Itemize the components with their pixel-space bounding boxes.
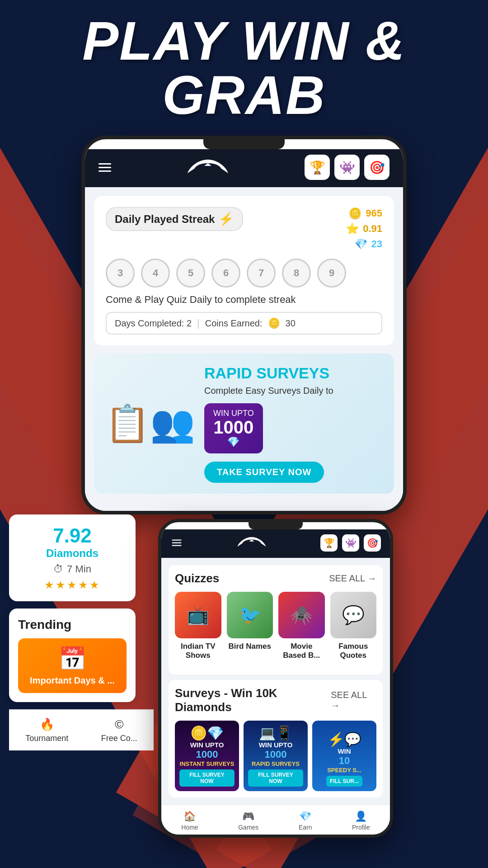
time-value: 7 Min xyxy=(67,563,91,575)
survey-card-2-win: WIN UPTO xyxy=(248,741,303,749)
coins-value: 965 xyxy=(366,208,382,219)
survey-subtitle: Complete Easy Surveys Daily to xyxy=(204,386,383,396)
phone2-content: Quizzes SEE ALL → 📺 Indian TV Shows 🐦 Bi… xyxy=(161,558,390,805)
quizzes-title: Quizzes xyxy=(175,571,219,585)
survey-card-instant[interactable]: 🪙💎 WIN UPTO 1000 INSTANT SURVEYS FILL SU… xyxy=(175,721,239,791)
surveys-see-all[interactable]: SEE ALL → xyxy=(331,690,376,711)
survey-card-2-btn[interactable]: FILL SURVEY NOW xyxy=(248,769,303,787)
coins-earned-label: Coins Earned: xyxy=(205,318,263,329)
profile-icon: 👤 xyxy=(355,811,367,822)
stars-value: 0.91 xyxy=(363,223,382,235)
survey-card-rapid[interactable]: 💻📱 WIN UPTO 1000 RAPID SURVEYS FILL SURV… xyxy=(244,721,308,791)
streak-title-badge: Daily Played Streak ⚡ xyxy=(106,207,243,231)
games-icon: 🎮 xyxy=(242,811,254,822)
phone2-trophy-icon[interactable]: 🏆 xyxy=(320,534,338,552)
phone2-notch xyxy=(249,522,303,529)
quiz-label-birds: Bird Names xyxy=(229,642,271,651)
quiz-thumb-movie: 🕷️ xyxy=(278,592,325,638)
quiz-label-movie: Movie Based B... xyxy=(278,642,325,660)
survey-card-speedy[interactable]: ⚡💬 WIN 10 SPEEDY S... FILL SUR... xyxy=(312,721,376,791)
quiz-label-quotes: Famous Quotes xyxy=(330,642,377,660)
circle-8: 8 xyxy=(282,259,311,288)
diamond-card: 7.92 Diamonds ⏱ 7 Min ★★★★★ xyxy=(9,514,136,601)
quiz-thumb-tv: 📺 xyxy=(175,592,221,638)
phone-notch xyxy=(203,139,285,149)
survey-card-1-btn[interactable]: FILL SURVEY NOW xyxy=(179,769,235,787)
phone2-nav-home[interactable]: 🏠 Home xyxy=(181,811,198,831)
quiz-grid: 📺 Indian TV Shows 🐦 Bird Names 🕷️ Movie … xyxy=(175,592,376,660)
nav-icons: 🏆 👾 🎯 xyxy=(305,155,389,180)
logo xyxy=(185,155,230,179)
streak-description: Come & Play Quiz Daily to complete strea… xyxy=(106,294,382,306)
streak-title-text: Daily Played Streak xyxy=(115,213,215,226)
quizzes-see-all[interactable]: SEE ALL → xyxy=(329,573,376,584)
phone1-content: Daily Played Streak ⚡ 🪙 965 ⭐ 0.91 xyxy=(85,187,403,511)
left-panel: 7.92 Diamonds ⏱ 7 Min ★★★★★ Trending 📅 I… xyxy=(0,505,145,760)
profile-label: Profile xyxy=(352,824,370,831)
diamond-label: Diamonds xyxy=(19,547,126,560)
survey-card-3-btn[interactable]: FILL SUR... xyxy=(326,776,362,787)
trending-item-label: Important Days & ... xyxy=(25,675,119,686)
streak-card: Daily Played Streak ⚡ 🪙 965 ⭐ 0.91 xyxy=(94,196,394,345)
home-label: Home xyxy=(181,824,198,831)
survey-card-1-amt: 1000 xyxy=(179,749,235,760)
phone2-nav-icons: 🏆 👾 🎯 xyxy=(320,534,381,552)
phone2-nav-games[interactable]: 🎮 Games xyxy=(238,811,258,831)
phone2-nav-profile[interactable]: 👤 Profile xyxy=(352,811,370,831)
trending-item-icon: 📅 xyxy=(25,646,119,672)
streak-footer: Days Completed: 2 | Coins Earned: 🪙 30 xyxy=(106,312,382,335)
survey-title: RAPID SURVEYS xyxy=(204,364,383,382)
streak-stats: 🪙 965 ⭐ 0.91 💎 23 xyxy=(346,207,382,250)
free-coins-label: Free Co... xyxy=(101,734,137,743)
survey-illustration: 📋👥 xyxy=(105,402,195,445)
survey-card-1-type: INSTANT SURVEYS xyxy=(179,760,235,767)
survey-card-3-amt: 10 xyxy=(317,755,372,767)
survey-right-content: RAPID SURVEYS Complete Easy Surveys Dail… xyxy=(195,364,383,483)
take-survey-button[interactable]: TAKE SURVEY NOW xyxy=(204,462,324,483)
target-icon[interactable]: 🎯 xyxy=(364,155,389,180)
phone2-target-icon[interactable]: 🎯 xyxy=(364,534,381,552)
survey-card-1-win: WIN UPTO xyxy=(179,741,235,749)
trending-item[interactable]: 📅 Important Days & ... xyxy=(18,638,127,693)
circle-6: 6 xyxy=(211,259,240,288)
diamond-value: 7.92 xyxy=(19,524,126,547)
circle-3: 3 xyxy=(106,259,135,288)
tournament-nav-item[interactable]: 🔥 Tournament xyxy=(25,717,68,743)
free-coins-nav-item[interactable]: © Free Co... xyxy=(101,717,137,743)
survey-banner: 📋👥 RAPID SURVEYS Complete Easy Surveys D… xyxy=(94,354,394,494)
fire-icon: 🔥 xyxy=(40,717,54,731)
survey-card-2-type: RAPID SURVEYS xyxy=(248,760,303,767)
survey-card-3-win: WIN xyxy=(317,747,372,755)
phone-mockup-2: 🏆 👾 🎯 Quizzes SEE ALL → 📺 Indian TV xyxy=(158,519,393,838)
phone1-navbar: 🏆 👾 🎯 xyxy=(85,149,403,187)
diamond-stars: ★★★★★ xyxy=(19,579,126,591)
menu-icon[interactable] xyxy=(99,163,111,172)
survey-card-3-type: SPEEDY S... xyxy=(317,767,372,774)
quiz-item-tv[interactable]: 📺 Indian TV Shows xyxy=(175,592,221,660)
earn-icon: 💎 xyxy=(299,811,311,822)
phone2-menu-icon[interactable] xyxy=(172,539,182,546)
earn-label: Earn xyxy=(299,824,312,831)
trophy-icon[interactable]: 🏆 xyxy=(305,155,330,180)
quiz-item-quotes[interactable]: 💬 Famous Quotes xyxy=(330,592,377,660)
coins-earned-value: 30 xyxy=(286,318,296,329)
tournament-label: Tournament xyxy=(25,734,68,743)
phone2-monster-icon[interactable]: 👾 xyxy=(342,534,359,552)
surveys-grid: 🪙💎 WIN UPTO 1000 INSTANT SURVEYS FILL SU… xyxy=(175,721,376,791)
games-label: Games xyxy=(238,824,258,831)
lightning-icon: ⚡ xyxy=(218,212,234,226)
phone2-navbar: 🏆 👾 🎯 xyxy=(161,529,390,558)
monster-icon[interactable]: 👾 xyxy=(334,155,360,180)
quiz-item-movie[interactable]: 🕷️ Movie Based B... xyxy=(278,592,325,660)
survey-card-2-amt: 1000 xyxy=(248,749,303,760)
hero-title: PLAY WIN & GRAB xyxy=(0,14,488,122)
streak-circles: 3 4 5 6 7 8 9 xyxy=(106,259,382,288)
quiz-item-birds[interactable]: 🐦 Bird Names xyxy=(227,592,273,660)
clock-icon: ⏱ xyxy=(53,563,63,575)
home-icon: 🏠 xyxy=(183,811,196,822)
surveys-section-header: Surveys - Win 10K Diamonds SEE ALL → xyxy=(175,686,376,714)
coins-icon: © xyxy=(115,717,123,731)
days-completed: Days Completed: 2 xyxy=(115,318,192,329)
phone2-nav-earn[interactable]: 💎 Earn xyxy=(299,811,312,831)
phone-mockup-1: 🏆 👾 🎯 Daily Played Streak ⚡ xyxy=(81,136,407,514)
